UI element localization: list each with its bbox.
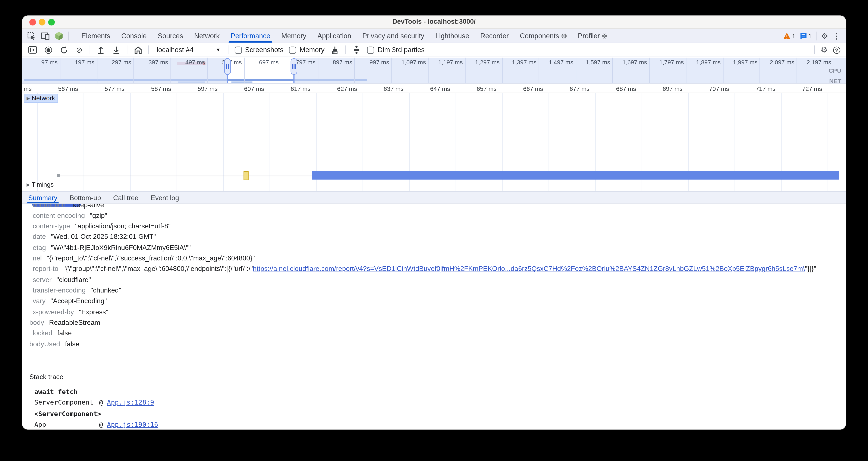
overview-tick-label: 697 ms — [241, 59, 279, 65]
react-atom-icon — [561, 33, 567, 38]
overview-tick-label: 497 ms — [167, 59, 205, 65]
details-tab-call-tree[interactable]: Call tree — [107, 192, 145, 203]
tab-application[interactable]: Application — [312, 29, 357, 43]
screenshots-checkbox[interactable]: Screenshots — [235, 46, 283, 54]
node-extension-icon[interactable] — [55, 31, 63, 40]
detail-row-connection: connection"keep-alive" — [22, 204, 846, 211]
stack-frame: ServerComponent@ App.js:128:9 — [29, 397, 154, 407]
toggle-recording-view-icon[interactable] — [28, 45, 38, 55]
ruler-tick-label: 617 ms — [284, 85, 317, 92]
details-tab-bottom-up[interactable]: Bottom-up — [63, 192, 107, 203]
detail-key: report-to — [33, 265, 58, 273]
detail-value: false — [65, 340, 79, 348]
detail-key: server — [33, 276, 52, 284]
tab-privacy-and-security[interactable]: Privacy and security — [357, 29, 430, 43]
detail-row-date: date"Wed, 01 Oct 2025 18:32:01 GMT" — [22, 232, 846, 243]
details-tab-summary[interactable]: Summary — [22, 192, 63, 203]
selection-window-right-handle[interactable] — [291, 58, 297, 75]
history-select[interactable]: localhost #4 ▼ — [154, 46, 223, 54]
tab-console[interactable]: Console — [116, 29, 152, 43]
detail-value: ReadableStream — [49, 319, 100, 326]
show-ignore-listed-frames-link[interactable]: Show ignore-listed frames — [34, 429, 168, 430]
tab-network[interactable]: Network — [189, 29, 225, 43]
track-gridline — [223, 93, 224, 191]
titlebar: DevTools - localhost:3000/ — [22, 16, 846, 29]
detail-row-vary: vary"Accept-Encoding" — [22, 296, 846, 307]
overview-tick-label: 1,697 ms — [609, 59, 647, 65]
tab-profiler[interactable]: Profiler — [572, 29, 613, 43]
overview-tick-label: 897 ms — [315, 59, 352, 65]
flame-chart-tracks: ▶Network ▶Timings ▼Server Requests — Cus… — [22, 93, 846, 191]
tab-sources[interactable]: Sources — [152, 29, 189, 43]
help-icon[interactable]: ? — [833, 46, 840, 54]
ruler-tick-label: 577 ms — [98, 85, 131, 92]
track-timings-label[interactable]: ▶Timings — [27, 181, 54, 188]
tab-lighthouse[interactable]: Lighthouse — [430, 29, 474, 43]
capture-settings-gear-icon[interactable]: ⚙ — [820, 46, 828, 54]
memory-checkbox[interactable]: Memory — [289, 46, 324, 54]
stack-trace-footer: Show ignore-listed frames — [29, 429, 168, 430]
ruler-tick-label: 587 ms — [144, 85, 178, 92]
frame-source-link[interactable]: App.js:128:9 — [107, 399, 154, 406]
record-and-reload-icon[interactable] — [59, 45, 69, 55]
detail-row-etag: etag"W/\"4b1-RjEJloX9kRinu6F0MAZMmy6E5iA… — [22, 243, 846, 253]
shrink-timeline-icon[interactable] — [352, 45, 362, 55]
detail-value: "W/\"4b1-RjEJloX9kRinu6F0MAZMmy6E5iA\"" — [51, 244, 191, 252]
load-profile-icon[interactable] — [96, 45, 106, 55]
clear-icon[interactable]: ⊘ — [74, 45, 84, 55]
ruler-tick-label: 637 ms — [377, 85, 410, 92]
frame-function-name: ServerComponent — [34, 399, 99, 406]
stack-frame: <ServerComponent> — [29, 408, 101, 419]
save-profile-icon[interactable] — [111, 45, 121, 55]
ruler-tick-label: 647 ms — [424, 85, 457, 92]
ruler-tick-label: 667 ms — [517, 85, 550, 92]
tab-recorder[interactable]: Recorder — [475, 29, 514, 43]
overview-tick-label: 197 ms — [57, 59, 94, 65]
frame-source-link[interactable]: App.js:190:16 — [107, 421, 158, 428]
tabbar-left-icons — [22, 31, 74, 40]
inspect-element-icon[interactable] — [27, 31, 36, 40]
device-toolbar-icon[interactable] — [41, 31, 50, 40]
selection-window-edge[interactable] — [293, 74, 294, 83]
detail-value-prefix: "{\"group\":\"cf-nel\",\"max_age\":60480… — [63, 265, 253, 273]
details-tabbar: SummaryBottom-upCall treeEvent log — [22, 191, 846, 204]
track-network-label[interactable]: ▶Network — [24, 94, 58, 103]
warnings-badge[interactable]: 1 — [783, 32, 795, 39]
detail-value-suffix: "}]}" — [805, 265, 816, 273]
more-options-kebab-icon[interactable]: ⋮ — [833, 31, 840, 40]
selection-window-left-handle[interactable] — [224, 58, 231, 75]
collect-garbage-icon[interactable] — [330, 45, 340, 55]
ruler-tick-label: 657 ms — [470, 85, 503, 92]
record-icon[interactable] — [43, 45, 53, 55]
overview-tick-label: 1,097 ms — [388, 59, 426, 65]
ruler-tick-label: 597 ms — [191, 85, 224, 92]
detail-key: x-powered-by — [33, 308, 74, 316]
selection-window-edge[interactable] — [227, 74, 228, 83]
network-request-bar[interactable] — [312, 171, 839, 180]
tab-elements[interactable]: Elements — [76, 29, 116, 43]
network-request-marker[interactable] — [244, 171, 248, 180]
detail-key: nel — [33, 255, 42, 262]
detail-value-link[interactable]: https://a.nel.cloudflare.com/report/v4?s… — [253, 265, 805, 273]
dim-3rd-parties-label: Dim 3rd parties — [378, 46, 425, 54]
issues-badge[interactable]: 1 — [800, 32, 812, 39]
tab-components[interactable]: Components — [514, 29, 572, 43]
track-gridline — [84, 93, 84, 191]
live-metrics-home-icon[interactable] — [133, 45, 143, 55]
divider — [127, 46, 127, 54]
overview-tick-label: 597 ms — [204, 59, 242, 65]
divider — [346, 46, 346, 54]
toolbar-right: ⚙ ? — [815, 46, 840, 54]
net-label: NET — [829, 78, 841, 84]
detail-key: transfer-encoding — [33, 287, 86, 294]
tab-performance[interactable]: Performance — [225, 29, 276, 43]
tab-memory[interactable]: Memory — [276, 29, 312, 43]
dim-3rd-parties-checkbox[interactable]: Dim 3rd parties — [367, 46, 425, 54]
detail-row-nel: nel"{\"report_to\":\"cf-nel\",\"success_… — [22, 253, 846, 264]
detail-value: "chunked" — [91, 287, 121, 294]
settings-gear-icon[interactable]: ⚙ — [821, 32, 828, 39]
details-tab-event-log[interactable]: Event log — [145, 192, 185, 203]
detail-key: content-type — [33, 222, 70, 230]
window-title: DevTools - localhost:3000/ — [22, 18, 846, 25]
timeline-overview[interactable]: 97 ms197 ms297 ms397 ms497 ms597 ms697 m… — [22, 58, 846, 84]
